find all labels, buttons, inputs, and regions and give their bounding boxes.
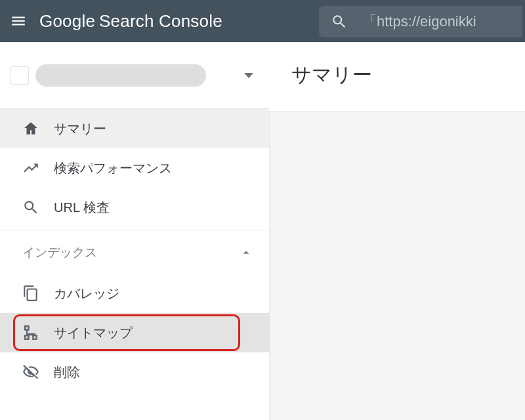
sidebar-item-label: 検索パフォーマンス — [54, 159, 172, 177]
property-selector[interactable] — [0, 42, 269, 109]
sitemap-icon — [22, 324, 39, 341]
sidebar-item-label: 削除 — [54, 364, 80, 381]
search-input-text: 「https://eigonikki — [362, 12, 476, 32]
sidebar-item-coverage[interactable]: カバレッジ — [0, 274, 269, 313]
sidebar-item-removals[interactable]: 削除 — [0, 352, 269, 392]
sidebar-item-summary[interactable]: サマリー — [0, 109, 269, 148]
menu-button[interactable] — [0, 0, 37, 42]
hamburger-icon — [10, 12, 27, 30]
search-icon — [331, 13, 348, 30]
sidebar-item-label: URL 検査 — [54, 199, 110, 217]
copy-icon — [22, 285, 39, 302]
sidebar-section-label: インデックス — [22, 244, 97, 261]
svg-rect-2 — [33, 335, 36, 339]
sidebar-item-performance[interactable]: 検索パフォーマンス — [0, 148, 269, 188]
sidebar-section-index[interactable]: インデックス — [0, 232, 269, 274]
chevron-up-icon — [239, 245, 253, 260]
property-favicon — [10, 66, 29, 85]
sidebar-item-sitemaps[interactable]: サイトマップ — [0, 313, 269, 352]
sidebar-item-label: サマリー — [54, 120, 106, 138]
page-title: サマリー — [291, 64, 372, 85]
logo-product: Search Console — [99, 11, 222, 32]
trending-up-icon — [22, 159, 39, 177]
app-header: Google Search Console 「https://eigonikki — [0, 0, 525, 42]
search-icon — [22, 199, 39, 216]
product-logo: Google Search Console — [39, 11, 222, 32]
sidebar: サマリー 検索パフォーマンス URL 検査 インデックス カバレッジ サイトマッ… — [0, 42, 269, 420]
svg-rect-0 — [25, 326, 28, 329]
page-title-card: サマリー — [269, 42, 525, 111]
dropdown-caret-icon — [244, 73, 253, 78]
url-inspect-search[interactable]: 「https://eigonikki — [319, 6, 522, 37]
sidebar-item-url-inspect[interactable]: URL 検査 — [0, 188, 269, 227]
sidebar-item-label: カバレッジ — [54, 285, 119, 303]
home-icon — [22, 120, 39, 137]
main-content: サマリー — [269, 42, 525, 420]
sidebar-divider — [0, 230, 269, 230]
property-name-redacted — [35, 64, 206, 87]
sidebar-item-label: サイトマップ — [54, 324, 133, 342]
logo-google: Google — [39, 11, 95, 32]
visibility-off-icon — [22, 364, 39, 381]
svg-rect-1 — [25, 335, 28, 339]
